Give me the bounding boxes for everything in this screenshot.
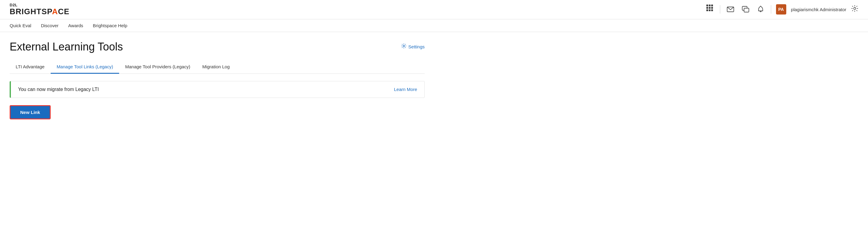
nav-divider-2 [771,5,771,14]
page-title: External Learning Tools [10,40,123,53]
tab-manage-tool-providers[interactable]: Manage Tool Providers (Legacy) [119,60,196,74]
nav-quick-eval[interactable]: Quick Eval [10,23,31,28]
svg-point-4 [854,7,856,10]
logo-brightspace-text-before: BRIGHTSP [10,7,52,16]
nav-brightspace-help[interactable]: Brightspace Help [93,23,127,28]
svg-point-5 [403,45,404,47]
tabs: LTI Advantage Manage Tool Links (Legacy)… [10,60,425,74]
logo-brightspace-text-after: CE [58,7,69,16]
apps-icon[interactable] [705,4,714,14]
logo-brightspace: BRIGHTSPACE [10,7,69,16]
nav-discover[interactable]: Discover [41,23,59,28]
page-settings-link[interactable]: Settings [401,43,425,50]
secondary-nav: Quick Eval Discover Awards Brightspace H… [0,19,868,32]
learn-more-link[interactable]: Learn More [394,87,417,92]
nav-awards[interactable]: Awards [68,23,83,28]
info-banner: You can now migrate from Legacy LTI Lear… [10,81,425,98]
new-link-button[interactable]: New Link [10,105,51,119]
settings-gear-icon[interactable] [851,5,858,14]
mail-icon[interactable] [726,4,735,14]
tab-migration-log[interactable]: Migration Log [196,60,236,74]
nav-icons [705,4,771,14]
notifications-icon[interactable] [756,4,766,14]
chat-icon[interactable] [741,4,750,14]
logo-a-letter: A [52,7,58,16]
top-nav: D2L BRIGHTSPACE [0,0,868,19]
nav-right: PA plagiarismchk Administrator [705,4,858,15]
page-header: External Learning Tools Settings [10,40,425,53]
settings-link-label: Settings [408,44,425,49]
tab-lti-advantage[interactable]: LTI Advantage [10,60,51,74]
settings-link-icon [401,43,407,50]
main-content: External Learning Tools Settings LTI Adv… [0,32,434,132]
tab-manage-tool-links[interactable]: Manage Tool Links (Legacy) [51,60,119,74]
logo-d2l: D2L [10,3,69,7]
admin-name: plagiarismchk Administrator [791,7,846,12]
avatar[interactable]: PA [776,4,786,15]
svg-rect-2 [744,8,749,12]
logo: D2L BRIGHTSPACE [10,3,69,16]
info-banner-text: You can now migrate from Legacy LTI [18,87,99,92]
